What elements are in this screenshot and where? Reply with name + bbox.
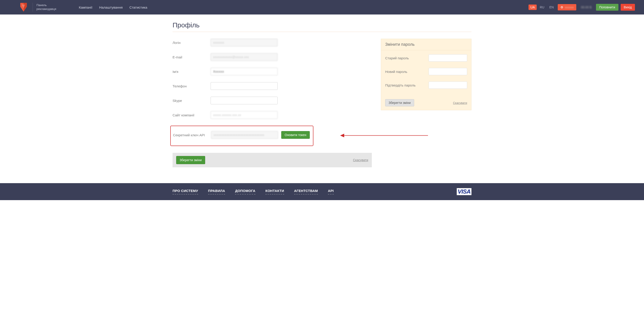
header-divider: [32, 3, 33, 12]
header-right: UA RU EN ⚙ xxxxxx 00.00 $ Поповнити Вихі…: [528, 4, 635, 11]
password-panel-title: Змінити пароль: [381, 39, 471, 50]
header-settings-button[interactable]: ⚙ xxxxxx: [558, 4, 576, 10]
password-cancel-link[interactable]: Скасувати: [453, 101, 467, 104]
balance-display: 00.00 $: [581, 6, 592, 9]
label-login: Логін: [172, 41, 210, 44]
confirm-password-input[interactable]: [429, 82, 467, 89]
footer-api[interactable]: API: [328, 189, 334, 194]
footer-about[interactable]: ПРО СИСТЕМУ: [172, 189, 198, 194]
password-panel-col: Змінити пароль Старий пароль Новий парол…: [381, 39, 472, 110]
footer-inner: ПРО СИСТЕМУ ПРАВИЛА ДОПОМОГА КОНТАКТИ АГ…: [164, 188, 480, 195]
login-input[interactable]: [210, 39, 278, 46]
lang-en[interactable]: EN: [548, 4, 556, 10]
label-email: E-mail: [172, 55, 210, 59]
gear-icon: ⚙: [560, 6, 564, 9]
cancel-link[interactable]: Скасувати: [353, 158, 368, 162]
footer: ПРО СИСТЕМУ ПРАВИЛА ДОПОМОГА КОНТАКТИ АГ…: [0, 183, 644, 200]
footer-nav: ПРО СИСТЕМУ ПРАВИЛА ДОПОМОГА КОНТАКТИ АГ…: [172, 189, 334, 194]
logo-area: Панель рекламодавця: [18, 2, 56, 13]
password-panel: Змінити пароль Старий пароль Новий парол…: [381, 39, 472, 110]
row-login: Логін: [172, 39, 372, 46]
password-save-button[interactable]: Зберегти зміни: [385, 99, 414, 106]
svg-marker-1: [340, 134, 344, 138]
row-confirm-password: Підтвердіть пароль: [385, 82, 467, 89]
row-name: Ім'я: [172, 68, 372, 76]
logo-icon[interactable]: [18, 2, 29, 13]
layout: Логін E-mail Ім'я Телефон Skype Сайт ком: [172, 39, 472, 167]
label-site: Сайт компанії: [172, 113, 210, 117]
main-nav: Кампанії Налаштування Статистика: [79, 6, 147, 9]
password-panel-body: Старий пароль Новий пароль Підтвердіть п…: [381, 50, 471, 99]
skype-input[interactable]: [210, 97, 278, 104]
brand-line1: Панель: [36, 4, 56, 7]
new-password-input[interactable]: [429, 68, 467, 75]
form-actions: Зберегти зміни Скасувати: [172, 153, 372, 167]
row-api: Секретний ключ API Оновити токен: [173, 131, 313, 139]
footer-agencies[interactable]: АГЕНТСТВАМ: [294, 189, 318, 194]
label-old-password: Старий пароль: [385, 56, 429, 60]
site-input[interactable]: [210, 111, 278, 119]
nav-settings[interactable]: Налаштування: [99, 6, 123, 9]
phone-input[interactable]: [210, 82, 278, 90]
row-skype: Skype: [172, 97, 372, 104]
label-confirm-password: Підтвердіть пароль: [385, 83, 429, 87]
profile-form: Логін E-mail Ім'я Телефон Skype Сайт ком: [172, 39, 372, 167]
logout-button[interactable]: Вихід: [621, 4, 635, 11]
settings-button-label: xxxxxx: [565, 6, 574, 9]
annotation-arrow-icon: [340, 133, 428, 139]
footer-help[interactable]: ДОПОМОГА: [235, 189, 256, 194]
brand-line2: рекламодавця: [36, 7, 56, 11]
row-phone: Телефон: [172, 82, 372, 90]
label-new-password: Новий пароль: [385, 70, 429, 74]
header: Панель рекламодавця Кампанії Налаштуванн…: [0, 0, 644, 14]
api-key-input[interactable]: [211, 131, 278, 139]
topup-button[interactable]: Поповнити: [596, 4, 618, 11]
label-api: Секретний ключ API: [173, 133, 211, 137]
page-title: Профіль: [172, 21, 472, 32]
name-input[interactable]: [210, 68, 278, 76]
brand-text: Панель рекламодавця: [36, 4, 56, 11]
lang-ua[interactable]: UA: [528, 4, 536, 10]
api-highlight-box: Секретний ключ API Оновити токен: [170, 126, 314, 146]
row-new-password: Новий пароль: [385, 68, 467, 75]
label-skype: Skype: [172, 99, 210, 102]
password-panel-actions: Зберегти зміни Скасувати: [381, 99, 471, 110]
main-container: Профіль Логін E-mail Ім'я Телефон Skype: [164, 14, 480, 176]
old-password-input[interactable]: [429, 54, 467, 62]
row-site: Сайт компанії: [172, 111, 372, 119]
row-old-password: Старий пароль: [385, 54, 467, 62]
label-phone: Телефон: [172, 84, 210, 88]
email-input[interactable]: [210, 53, 278, 61]
nav-campaigns[interactable]: Кампанії: [79, 6, 92, 9]
save-button[interactable]: Зберегти зміни: [176, 156, 205, 164]
lang-switcher: UA RU EN: [528, 4, 556, 10]
lang-ru[interactable]: RU: [538, 4, 546, 10]
api-key-area: Секретний ключ API Оновити токен: [172, 126, 372, 146]
row-email: E-mail: [172, 53, 372, 61]
footer-contacts[interactable]: КОНТАКТИ: [266, 189, 284, 194]
visa-logo-icon: VISA: [457, 188, 472, 195]
update-token-button[interactable]: Оновити токен: [281, 131, 310, 139]
nav-stats[interactable]: Статистика: [130, 6, 148, 9]
label-name: Ім'я: [172, 70, 210, 74]
footer-rules[interactable]: ПРАВИЛА: [208, 189, 225, 194]
